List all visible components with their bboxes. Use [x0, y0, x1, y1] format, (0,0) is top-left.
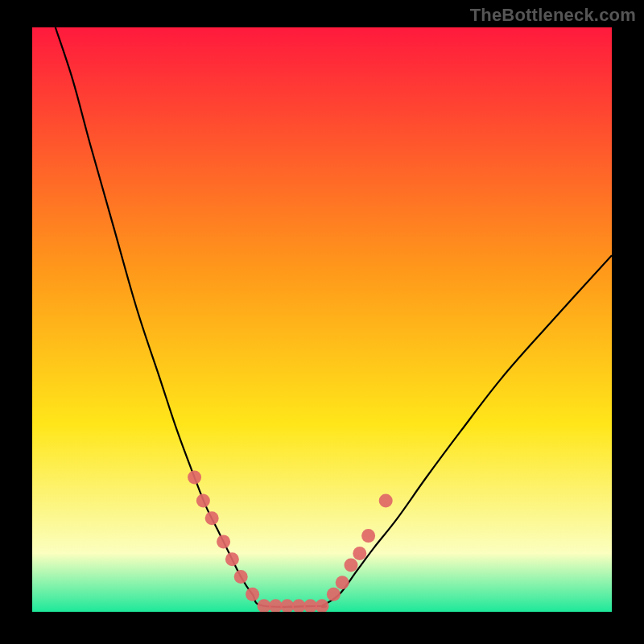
marker-point [336, 576, 349, 589]
marker-point [225, 552, 239, 566]
chart-svg [32, 27, 612, 612]
marker-point [196, 494, 210, 508]
chart-frame: TheBottleneck.com [0, 0, 644, 644]
watermark-label: TheBottleneck.com [470, 5, 636, 26]
marker-point [246, 588, 259, 601]
marker-point [379, 494, 393, 508]
marker-point [353, 547, 366, 560]
marker-point [188, 471, 201, 485]
marker-point [205, 511, 219, 525]
marker-point [327, 588, 341, 601]
marker-point [345, 558, 358, 572]
marker-point [361, 529, 375, 543]
gradient-background [32, 27, 612, 612]
plot-area [32, 27, 612, 612]
marker-point [217, 535, 230, 548]
marker-point [234, 570, 248, 584]
